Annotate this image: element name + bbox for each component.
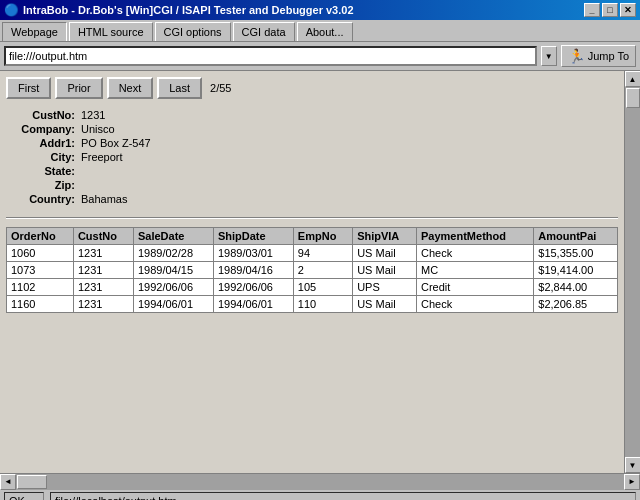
cell-3-6: Check bbox=[417, 296, 534, 313]
cell-2-5: UPS bbox=[353, 279, 417, 296]
cell-2-2: 1992/06/06 bbox=[133, 279, 213, 296]
state-row: State: bbox=[6, 165, 618, 177]
cell-3-5: US Mail bbox=[353, 296, 417, 313]
status-ok-panel: OK bbox=[4, 492, 44, 501]
record-count: 2/55 bbox=[210, 82, 231, 94]
scroll-track[interactable] bbox=[625, 87, 641, 457]
company-value: Unisco bbox=[81, 123, 115, 135]
col-empno: EmpNo bbox=[293, 228, 352, 245]
city-value: Freeport bbox=[81, 151, 123, 163]
table-row: 110212311992/06/061992/06/06105UPSCredit… bbox=[7, 279, 618, 296]
city-label: City: bbox=[6, 151, 81, 163]
table-row: 116012311994/06/011994/06/01110US MailCh… bbox=[7, 296, 618, 313]
tab-html-source[interactable]: HTML source bbox=[69, 22, 153, 41]
custno-label: CustNo: bbox=[6, 109, 81, 121]
zip-label: Zip: bbox=[6, 179, 81, 191]
zip-row: Zip: bbox=[6, 179, 618, 191]
menu-bar: Webpage HTML source CGI options CGI data… bbox=[0, 20, 640, 42]
vertical-scrollbar[interactable]: ▲ ▼ bbox=[624, 71, 640, 473]
scroll-thumb[interactable] bbox=[626, 88, 640, 108]
scrollable-content: First Prior Next Last 2/55 CustNo: 1231 … bbox=[0, 71, 624, 473]
status-url-panel: file://localhost/output.htm bbox=[50, 492, 636, 501]
field-section: CustNo: 1231 Company: Unisco Addr1: PO B… bbox=[6, 109, 618, 205]
scroll-left-button[interactable]: ◄ bbox=[0, 474, 16, 490]
app-icon: 🔵 bbox=[4, 3, 19, 17]
custno-value: 1231 bbox=[81, 109, 105, 121]
horizontal-scrollbar[interactable]: ◄ ► bbox=[0, 473, 640, 489]
maximize-button[interactable]: □ bbox=[602, 3, 618, 17]
table-header-row: OrderNo CustNo SaleDate ShipDate EmpNo S… bbox=[7, 228, 618, 245]
cell-0-3: 1989/03/01 bbox=[213, 245, 293, 262]
addr1-label: Addr1: bbox=[6, 137, 81, 149]
col-custno: CustNo bbox=[73, 228, 133, 245]
table-row: 107312311989/04/151989/04/162US MailMC$1… bbox=[7, 262, 618, 279]
cell-2-1: 1231 bbox=[73, 279, 133, 296]
navigation-bar: First Prior Next Last 2/55 bbox=[6, 77, 618, 99]
cell-1-4: 2 bbox=[293, 262, 352, 279]
addr1-value: PO Box Z-547 bbox=[81, 137, 151, 149]
country-label: Country: bbox=[6, 193, 81, 205]
cell-2-0: 1102 bbox=[7, 279, 74, 296]
jump-to-button[interactable]: 🏃 Jump To bbox=[561, 45, 636, 67]
cell-1-7: $19,414.00 bbox=[534, 262, 618, 279]
state-label: State: bbox=[6, 165, 81, 177]
address-bar: ▼ 🏃 Jump To bbox=[0, 42, 640, 71]
country-row: Country: Bahamas bbox=[6, 193, 618, 205]
tab-webpage[interactable]: Webpage bbox=[2, 22, 67, 41]
cell-0-6: Check bbox=[417, 245, 534, 262]
col-orderno: OrderNo bbox=[7, 228, 74, 245]
runner-icon: 🏃 bbox=[568, 48, 585, 64]
country-value: Bahamas bbox=[81, 193, 127, 205]
cell-3-3: 1994/06/01 bbox=[213, 296, 293, 313]
hscroll-thumb[interactable] bbox=[17, 475, 47, 489]
cell-2-6: Credit bbox=[417, 279, 534, 296]
prior-button[interactable]: Prior bbox=[55, 77, 102, 99]
col-shipvia: ShipVIA bbox=[353, 228, 417, 245]
orders-table: OrderNo CustNo SaleDate ShipDate EmpNo S… bbox=[6, 227, 618, 313]
cell-3-4: 110 bbox=[293, 296, 352, 313]
last-button[interactable]: Last bbox=[157, 77, 202, 99]
scroll-up-button[interactable]: ▲ bbox=[625, 71, 641, 87]
url-input[interactable] bbox=[4, 46, 537, 66]
cell-2-3: 1992/06/06 bbox=[213, 279, 293, 296]
first-button[interactable]: First bbox=[6, 77, 51, 99]
cell-1-5: US Mail bbox=[353, 262, 417, 279]
cell-3-2: 1994/06/01 bbox=[133, 296, 213, 313]
cell-0-4: 94 bbox=[293, 245, 352, 262]
cell-1-3: 1989/04/16 bbox=[213, 262, 293, 279]
cell-2-4: 105 bbox=[293, 279, 352, 296]
cell-0-1: 1231 bbox=[73, 245, 133, 262]
url-dropdown[interactable]: ▼ bbox=[541, 46, 557, 66]
cell-0-0: 1060 bbox=[7, 245, 74, 262]
cell-3-0: 1160 bbox=[7, 296, 74, 313]
cell-2-7: $2,844.00 bbox=[534, 279, 618, 296]
tab-cgi-options[interactable]: CGI options bbox=[155, 22, 231, 41]
cell-1-6: MC bbox=[417, 262, 534, 279]
col-shipdate: ShipDate bbox=[213, 228, 293, 245]
scroll-right-button[interactable]: ► bbox=[624, 474, 640, 490]
data-table-wrapper: OrderNo CustNo SaleDate ShipDate EmpNo S… bbox=[6, 227, 618, 313]
close-button[interactable]: ✕ bbox=[620, 3, 636, 17]
cell-0-7: $15,355.00 bbox=[534, 245, 618, 262]
custno-row: CustNo: 1231 bbox=[6, 109, 618, 121]
cell-1-1: 1231 bbox=[73, 262, 133, 279]
cell-1-0: 1073 bbox=[7, 262, 74, 279]
minimize-button[interactable]: _ bbox=[584, 3, 600, 17]
col-saledate: SaleDate bbox=[133, 228, 213, 245]
status-bar: OK file://localhost/output.htm bbox=[0, 489, 640, 500]
hscroll-track[interactable] bbox=[16, 474, 624, 490]
status-url-text: file://localhost/output.htm bbox=[55, 495, 177, 501]
tab-cgi-data[interactable]: CGI data bbox=[233, 22, 295, 41]
cell-0-2: 1989/02/28 bbox=[133, 245, 213, 262]
cell-0-5: US Mail bbox=[353, 245, 417, 262]
next-button[interactable]: Next bbox=[107, 77, 154, 99]
cell-3-1: 1231 bbox=[73, 296, 133, 313]
title-bar: 🔵 IntraBob - Dr.Bob's [Win]CGI / ISAPI T… bbox=[0, 0, 640, 20]
scroll-down-button[interactable]: ▼ bbox=[625, 457, 641, 473]
addr1-row: Addr1: PO Box Z-547 bbox=[6, 137, 618, 149]
tab-about[interactable]: About... bbox=[297, 22, 353, 41]
content-area: First Prior Next Last 2/55 CustNo: 1231 … bbox=[0, 71, 640, 473]
company-row: Company: Unisco bbox=[6, 123, 618, 135]
title-text: IntraBob - Dr.Bob's [Win]CGI / ISAPI Tes… bbox=[23, 4, 354, 16]
col-amountpai: AmountPai bbox=[534, 228, 618, 245]
